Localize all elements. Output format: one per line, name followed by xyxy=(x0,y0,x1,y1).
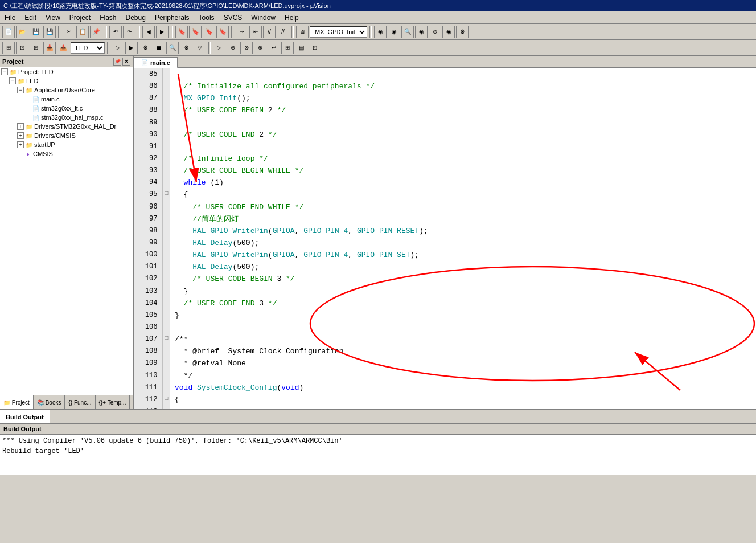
sbtab-project[interactable]: 📁 Project xyxy=(0,395,34,409)
btn-dbg6[interactable]: ⊞ xyxy=(281,42,294,54)
btn-cut[interactable]: ✂ xyxy=(63,26,75,38)
btn-build7[interactable]: ▽ xyxy=(194,42,206,54)
menu-edit[interactable]: Edit xyxy=(20,13,41,23)
btn-bookmark3[interactable]: 🔖 xyxy=(203,26,215,38)
btn-device[interactable]: 🖥 xyxy=(296,26,309,38)
btn-m5[interactable]: ⊘ xyxy=(429,26,441,38)
expander-appcore[interactable]: − xyxy=(17,87,24,93)
btn-t2[interactable]: ⊡ xyxy=(16,42,28,54)
btn-indent[interactable]: ⇥ xyxy=(236,26,248,38)
tree-drivers-hal[interactable]: + 📁 Drivers/STM32G0xx_HAL_Dri xyxy=(0,122,133,131)
code-content-94[interactable]: while (1) xyxy=(170,177,756,189)
menu-view[interactable]: View xyxy=(41,13,65,23)
func-dropdown[interactable]: MX_GPIO_Init xyxy=(310,26,367,38)
btn-m1[interactable]: ◉ xyxy=(374,26,387,38)
btn-dbg5[interactable]: ↩ xyxy=(268,42,280,54)
btn-bookmark[interactable]: 🔖 xyxy=(175,26,188,38)
code-content-111[interactable]: void SystemClock_Config(void) xyxy=(170,382,756,394)
expander-startup[interactable]: + xyxy=(17,141,24,148)
target-dropdown[interactable]: LED xyxy=(71,42,105,54)
btn-redo[interactable]: ↷ xyxy=(123,26,135,38)
btn-dbg7[interactable]: ▤ xyxy=(295,42,307,54)
code-content-103[interactable]: } xyxy=(170,285,756,297)
btn-save-all[interactable]: 💾 xyxy=(43,26,56,38)
btn-build1[interactable]: ▷ xyxy=(112,42,124,54)
btn-t3[interactable]: ⊞ xyxy=(30,42,42,54)
code-content-110[interactable]: */ xyxy=(170,370,756,382)
btn-t1[interactable]: ⊞ xyxy=(2,42,15,54)
btab-build[interactable]: Build Output xyxy=(0,410,50,423)
btn-undo[interactable]: ↶ xyxy=(109,26,122,38)
code-content-107[interactable]: /** xyxy=(170,333,756,345)
line-fold-112[interactable]: □ xyxy=(162,394,170,406)
btn-uncomment[interactable]: // xyxy=(277,26,289,38)
code-content-87[interactable]: MX_GPIO_Init(); xyxy=(170,92,756,104)
menu-svcs[interactable]: SVCS xyxy=(219,13,247,23)
btn-m3[interactable]: 🔍 xyxy=(401,26,414,38)
btn-nav-back[interactable]: ◀ xyxy=(142,26,155,38)
btn-save[interactable]: 💾 xyxy=(30,26,42,38)
btn-dbg2[interactable]: ⊕ xyxy=(227,42,239,54)
code-content-95[interactable]: { xyxy=(170,189,756,201)
btn-bookmark4[interactable]: 🔖 xyxy=(216,26,229,38)
code-content-112[interactable]: { xyxy=(170,394,756,406)
code-content-99[interactable]: HAL_Delay(500); xyxy=(170,237,756,249)
line-fold-95[interactable]: □ xyxy=(162,189,170,201)
btn-nav-fwd[interactable]: ▶ xyxy=(156,26,169,38)
code-content-90[interactable]: /* USER CODE END 2 */ xyxy=(170,129,756,141)
expander-drivers-hal[interactable]: + xyxy=(17,123,24,130)
btn-open[interactable]: 📂 xyxy=(16,26,28,38)
code-content-101[interactable]: HAL_Delay(500); xyxy=(170,261,756,273)
menu-peripherals[interactable]: Peripherals xyxy=(150,13,194,23)
tree-drivers-cmsis[interactable]: + 📁 Drivers/CMSIS xyxy=(0,131,133,140)
sidebar-pin-btn[interactable]: 📌 xyxy=(113,58,121,66)
code-content-106[interactable] xyxy=(170,321,756,333)
code-content-104[interactable]: /* USER CODE END 3 */ xyxy=(170,297,756,309)
btn-build2[interactable]: ▶ xyxy=(125,42,138,54)
code-content-86[interactable]: /* Initialize all configured peripherals… xyxy=(170,80,756,92)
btn-build3[interactable]: ⚙ xyxy=(139,42,151,54)
btn-m4[interactable]: ◉ xyxy=(415,26,428,38)
btn-dbg8[interactable]: ⊡ xyxy=(309,42,321,54)
menu-flash[interactable]: Flash xyxy=(95,13,121,23)
code-content-102[interactable]: /* USER CODE BEGIN 3 */ xyxy=(170,273,756,285)
btn-dbg1[interactable]: ▷ xyxy=(213,42,225,54)
code-content-109[interactable]: * @retval None xyxy=(170,357,756,369)
tree-cmsis2[interactable]: ♦ CMSIS xyxy=(0,149,133,158)
tree-startup[interactable]: + 📁 startUP xyxy=(0,140,133,149)
code-content-91[interactable] xyxy=(170,141,756,153)
btn-copy[interactable]: 📋 xyxy=(76,26,89,38)
code-content-96[interactable]: /* USER CODE END WHILE */ xyxy=(170,201,756,213)
code-content-85[interactable] xyxy=(170,68,756,80)
code-content-89[interactable] xyxy=(170,117,756,129)
tree-appcore[interactable]: − 📁 Application/User/Core xyxy=(0,85,133,95)
btn-t4[interactable]: 📥 xyxy=(43,42,56,54)
btn-m2[interactable]: ◉ xyxy=(388,26,400,38)
expander-cmsis[interactable]: + xyxy=(17,132,24,139)
menu-help[interactable]: Help xyxy=(280,13,303,23)
sbtab-temp[interactable]: {}+ Temp... xyxy=(96,395,130,409)
btn-build4[interactable]: ◼ xyxy=(153,42,165,54)
code-editor[interactable]: 85 86 /* Initialize all configured perip… xyxy=(134,68,756,409)
btn-new[interactable]: 📄 xyxy=(2,26,15,38)
line-fold-107[interactable]: □ xyxy=(162,333,170,345)
code-content-88[interactable]: /* USER CODE BEGIN 2 */ xyxy=(170,104,756,116)
menu-file[interactable]: File xyxy=(0,13,20,23)
expander-led[interactable]: − xyxy=(9,77,16,84)
tree-it[interactable]: 📄 stm32g0xx_it.c xyxy=(0,104,133,113)
tab-mainc[interactable]: 📄 main.c xyxy=(134,57,178,68)
menu-debug[interactable]: Debug xyxy=(121,13,150,23)
btn-t5[interactable]: 📤 xyxy=(57,42,69,54)
btn-m7[interactable]: ⚙ xyxy=(456,26,469,38)
code-content-108[interactable]: * @brief System Clock Configuration xyxy=(170,345,756,357)
btn-m6[interactable]: ◉ xyxy=(442,26,455,38)
btn-paste[interactable]: 📌 xyxy=(90,26,102,38)
sidebar-close-btn[interactable]: ✕ xyxy=(122,58,130,66)
menu-window[interactable]: Window xyxy=(246,13,280,23)
btn-bookmark2[interactable]: 🔖 xyxy=(189,26,202,38)
btn-build6[interactable]: ⚙ xyxy=(180,42,192,54)
code-content-113[interactable]: RCC_OscInitTypeDef RCC_OscInitStruct = {… xyxy=(170,406,756,409)
btn-dbg3[interactable]: ⊗ xyxy=(240,42,253,54)
code-content-97[interactable]: //简单的闪灯 xyxy=(170,213,756,225)
btn-dbg4[interactable]: ⊕ xyxy=(254,42,266,54)
